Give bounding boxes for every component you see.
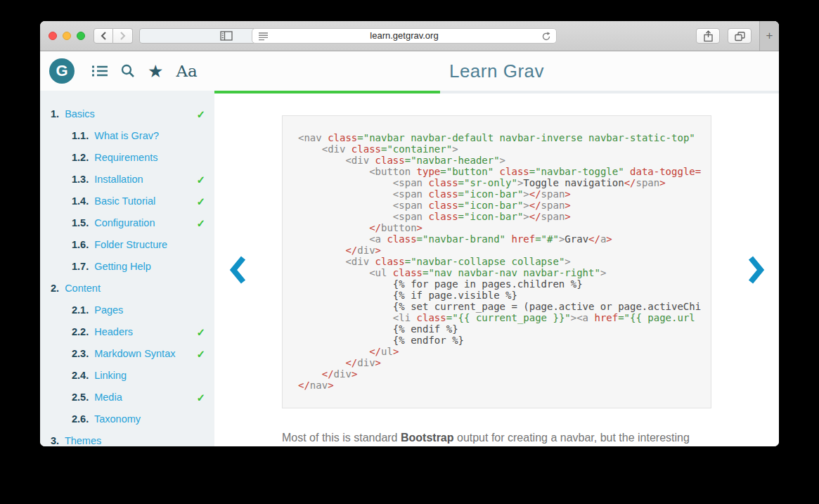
code-line: <ul class="nav navbar-nav navbar-right"> (298, 267, 711, 278)
share-button[interactable] (696, 28, 720, 44)
chapter-number: 1.6. (72, 239, 89, 250)
sidebar-item-getting-help[interactable]: 1.7. Getting Help (40, 256, 214, 278)
next-page-chevron[interactable] (747, 254, 766, 285)
url-text: learn.getgrav.org (252, 29, 556, 43)
chapter-number: 1.3. (72, 174, 89, 185)
chapter-number: 2.5. (72, 392, 89, 403)
chapter-number: 2.3. (72, 348, 89, 359)
sidebar-item-what-is-grav[interactable]: 1.1. What is Grav? (40, 125, 214, 147)
forward-button[interactable] (113, 28, 133, 44)
chapter-link[interactable]: Themes (65, 435, 101, 446)
back-button[interactable] (93, 28, 113, 44)
chapter-link[interactable]: Basic Tutorial (94, 195, 155, 207)
body-paragraph: Most of this is standard Bootstrap outpu… (282, 430, 718, 446)
chapter-number: 2.1. (72, 304, 89, 316)
chapter-number: 2.4. (72, 370, 89, 381)
sidebar-item-taxonomy[interactable]: 2.6. Taxonomy (40, 408, 214, 430)
sidebar-item-pages[interactable]: 2.1. Pages (40, 299, 214, 321)
code-line: {% for page in pages.children %} (298, 278, 711, 290)
sidebar-panel-icon (220, 31, 233, 41)
chapter-number: 2.6. (72, 413, 89, 425)
code-line: <span class="sr-only">Toggle navigation<… (298, 177, 711, 188)
chapter-number: 2.2. (72, 326, 89, 337)
chapter-link[interactable]: Taxonomy (94, 413, 141, 425)
grav-logo[interactable]: G (49, 58, 75, 84)
sidebar-item-content[interactable]: 2. Content (40, 278, 214, 299)
chapter-link[interactable]: Linking (94, 370, 127, 381)
code-line: {% endif %} (298, 323, 711, 335)
code-line: </div> (298, 368, 711, 380)
chapter-link[interactable]: Requirements (94, 152, 157, 163)
chevron-right-icon (120, 32, 126, 40)
code-line: <div class="container"> (298, 143, 711, 155)
chapter-link[interactable]: Content (65, 283, 101, 294)
check-icon: ✓ (196, 190, 205, 212)
check-icon: ✓ (196, 343, 205, 365)
chapter-link[interactable]: Markdown Syntax (94, 348, 175, 359)
chapter-number: 1.4. (72, 195, 89, 207)
sidebar-item-linking[interactable]: 2.4. Linking (40, 365, 214, 387)
chapter-link[interactable]: Folder Structure (94, 239, 167, 250)
code-line: <div class="navbar-header"> (298, 155, 711, 166)
code-line: </button> (298, 222, 711, 233)
font-size-toggle[interactable]: Aa (176, 63, 197, 79)
chapter-link[interactable]: Configuration (94, 217, 155, 228)
chapter-number: 1.2. (72, 152, 89, 163)
code-line: </nav> (298, 380, 711, 391)
sidebar-item-installation[interactable]: 1.3. Installation ✓ (40, 169, 214, 190)
code-block: <nav class="navbar navbar-default navbar… (282, 115, 711, 408)
code-line: {% set current_page = (page.active or pa… (298, 301, 711, 312)
new-tab-button[interactable]: + (759, 21, 779, 51)
chapter-number: 1.7. (72, 261, 89, 272)
check-icon: ✓ (196, 169, 205, 190)
minimize-window-button[interactable] (63, 32, 71, 40)
chapter-link[interactable]: Installation (94, 174, 143, 185)
toc-icon[interactable] (92, 65, 108, 77)
prev-page-chevron[interactable] (228, 254, 247, 285)
close-window-button[interactable] (49, 32, 57, 40)
chapter-number: 2. (51, 283, 59, 294)
paragraph-text: Most of this is standard (282, 432, 401, 444)
code-line: <nav class="navbar navbar-default navbar… (298, 132, 711, 143)
sidebar-item-markdown-syntax[interactable]: 2.3. Markdown Syntax ✓ (40, 343, 214, 365)
code-line: </ul> (298, 346, 711, 357)
sidebar-item-configuration[interactable]: 1.5. Configuration ✓ (40, 212, 214, 234)
code-line: <a class="navbar-brand" href="#">Grav</a… (298, 233, 711, 245)
chapter-sidebar: 1. Basics ✓ 1.1. What is Grav? 1.2. Requ… (40, 93, 214, 446)
chapter-link[interactable]: Media (94, 392, 122, 403)
code-line: <div class="navbar-collapse collapse"> (298, 256, 711, 267)
code-line: <li class="{{ current_page }}"><a href="… (298, 312, 711, 323)
grav-logo-letter: G (56, 62, 67, 80)
page-title: Learn Grav (214, 60, 779, 82)
history-nav-buttons (93, 28, 133, 44)
bookmark-star-icon[interactable]: ★ (148, 63, 163, 80)
reload-icon[interactable] (541, 31, 551, 41)
plus-icon: + (766, 29, 773, 43)
chapter-link[interactable]: Headers (94, 326, 133, 337)
chapter-link[interactable]: Basics (65, 108, 95, 119)
chapter-link[interactable]: Pages (94, 304, 123, 316)
sidebar-item-requirements[interactable]: 1.2. Requirements (40, 147, 214, 169)
sidebar-item-headers[interactable]: 2.2. Headers ✓ (40, 321, 214, 343)
check-icon: ✓ (196, 321, 205, 343)
sidebar-item-media[interactable]: 2.5. Media ✓ (40, 387, 214, 408)
code-line: </div> (298, 357, 711, 368)
chapter-link[interactable]: Getting Help (94, 261, 151, 272)
chapter-number: 1.1. (72, 130, 89, 141)
chapter-list: 1. Basics ✓ 1.1. What is Grav? 1.2. Requ… (40, 93, 214, 446)
code-line: </div> (298, 245, 711, 256)
search-icon[interactable] (121, 64, 135, 78)
page-body: 1. Basics ✓ 1.1. What is Grav? 1.2. Requ… (40, 93, 779, 446)
sidebar-item-themes[interactable]: 3. Themes (40, 430, 214, 446)
address-bar[interactable]: learn.getgrav.org (252, 28, 557, 44)
code-line: <span class="icon-bar"></span> (298, 211, 711, 222)
tabs-overview-button[interactable] (728, 28, 752, 44)
chapter-link[interactable]: What is Grav? (94, 130, 159, 141)
paragraph-text: output for creating a navbar, but the in… (454, 432, 690, 444)
sidebar-item-folder-structure[interactable]: 1.6. Folder Structure (40, 234, 214, 256)
check-icon: ✓ (196, 212, 205, 234)
paragraph-bold: Bootstrap (401, 432, 454, 444)
fullscreen-window-button[interactable] (77, 32, 85, 40)
sidebar-item-basic-tutorial[interactable]: 1.4. Basic Tutorial ✓ (40, 190, 214, 212)
sidebar-item-basics[interactable]: 1. Basics ✓ (40, 103, 214, 125)
